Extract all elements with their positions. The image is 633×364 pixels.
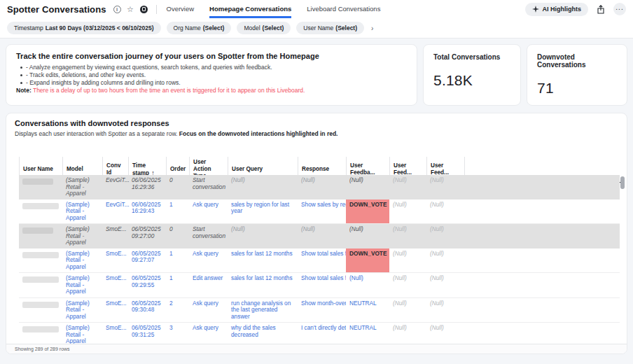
table-row[interactable]: (Sample) Retail - ApparelSmoE...06/05/20…	[19, 224, 620, 248]
cell-user-feedback-2[interactable]: (Null)	[389, 273, 426, 298]
cell-model[interactable]: (Sample) Retail - Apparel	[62, 248, 102, 273]
cell-user-name[interactable]	[19, 248, 62, 273]
cell-user-query[interactable]: run change analysis on the last generate…	[228, 298, 298, 323]
share-icon	[597, 5, 605, 14]
cell-model: (Sample) Retail - Apparel	[62, 175, 102, 200]
info-icon[interactable]: i	[113, 6, 121, 13]
cell-user-feedback-3[interactable]: (Null)	[426, 200, 464, 224]
table-row[interactable]: (Sample) Retail - ApparelEevGiT...06/06/…	[19, 200, 620, 224]
ai-highlights-button[interactable]: AI Highlights	[525, 3, 589, 16]
cell-timestamp[interactable]: 06/05/2025 09:30:48	[128, 298, 166, 323]
cell-conv-id[interactable]: SmoE...	[102, 273, 128, 298]
cell-action-type[interactable]: Ask query	[189, 200, 228, 224]
cell-user-feedback-2[interactable]: (Null)	[389, 298, 426, 323]
sparkle-icon	[532, 6, 539, 13]
lock-icon[interactable]	[140, 6, 148, 13]
cell-response[interactable]: Show sales by reg...	[298, 200, 346, 224]
star-icon[interactable]: ☆	[127, 6, 134, 13]
filter-chip-user-name[interactable]: User Name(Select)	[296, 22, 364, 34]
kpi-label: Total Conversations	[433, 53, 510, 61]
cell-user-feedback-3[interactable]: (Null)	[426, 273, 464, 298]
table-row[interactable]: (Sample) Retail - ApparelEevGiT...06/06/…	[19, 175, 620, 200]
cell-action-type[interactable]: Edit answer	[189, 273, 228, 298]
note-label: Note:	[16, 87, 32, 94]
cell-timestamp[interactable]: 06/05/2025 09:27:07	[128, 248, 166, 273]
cell-model[interactable]: (Sample) Retail - Apparel	[62, 273, 102, 298]
cell-order: 0	[166, 175, 189, 200]
cell-filler[interactable]	[464, 248, 620, 273]
cell-model[interactable]: (Sample) Retail - Apparel	[62, 298, 102, 323]
cell-user-feedback-3: (Null)	[426, 175, 464, 200]
cell-conv-id[interactable]: EevGiT...	[102, 200, 128, 224]
cell-user-feedback-2[interactable]: (Null)	[389, 200, 426, 224]
redacted-user-name	[22, 252, 59, 258]
cell-order[interactable]: 1	[166, 248, 189, 273]
kpi-value: 71	[537, 80, 617, 97]
cell-filler	[464, 175, 620, 200]
cell-user-query[interactable]: sales for last 12 months	[228, 248, 298, 273]
cell-filler[interactable]	[464, 298, 620, 323]
filter-chip-org-name[interactable]: Org Name(Select)	[167, 22, 232, 34]
cell-user-name[interactable]	[19, 298, 62, 323]
cell-timestamp: 06/05/2025 09:27:00	[128, 224, 166, 248]
tab-overview[interactable]: Overview	[167, 0, 195, 18]
cell-user-name	[19, 224, 62, 248]
cell-user-feedback[interactable]: NEUTRAL	[346, 298, 389, 323]
cell-action-type: Start conversation	[189, 175, 228, 200]
cell-timestamp[interactable]: 06/05/2025 09:29:55	[128, 273, 166, 298]
cell-user-name[interactable]	[19, 273, 62, 298]
cell-user-feedback[interactable]: DOWN_VOTE	[346, 200, 389, 224]
cell-user-feedback-2: (Null)	[389, 224, 426, 248]
cell-filler[interactable]	[464, 200, 620, 224]
cell-action-type: Start conversation	[189, 224, 228, 248]
intro-card: Track the entire conversation journey of…	[6, 44, 417, 106]
cell-response: (Null)	[298, 224, 346, 248]
intro-bullet: - Track edits, deletions, and other key …	[16, 71, 407, 79]
tab-homepage-conversations[interactable]: Homepage Conversations	[209, 0, 291, 18]
filter-chip-model[interactable]: Model(Select)	[237, 22, 291, 34]
cell-user-feedback[interactable]: DOWN_VOTE	[346, 248, 389, 273]
more-filters-chevron-icon[interactable]: ›	[370, 24, 375, 32]
cell-user-feedback-2[interactable]: (Null)	[389, 248, 426, 273]
cell-user-feedback-3[interactable]: (Null)	[426, 298, 464, 323]
cell-user-feedback: (Null)	[346, 175, 389, 200]
cell-user-feedback-3[interactable]: (Null)	[426, 248, 464, 273]
redacted-user-name	[22, 203, 59, 209]
cell-action-type[interactable]: Ask query	[189, 248, 228, 273]
table-title: Conversations with downvoted responses	[15, 119, 618, 127]
cell-model[interactable]: (Sample) Retail - Apparel	[62, 200, 102, 224]
cell-response[interactable]: Show month-over...	[298, 298, 346, 323]
table-row[interactable]: (Sample) Retail - ApparelSmoE...06/05/20…	[19, 248, 620, 273]
cell-order[interactable]: 1	[166, 200, 189, 224]
share-button[interactable]	[594, 3, 607, 15]
filter-bar: TimestampLast 90 Days (03/12/2025 < 06/1…	[0, 18, 633, 38]
cell-action-type[interactable]: Ask query	[189, 298, 228, 323]
redacted-user-name	[22, 227, 53, 234]
table-row[interactable]: (Sample) Retail - ApparelSmoE...06/05/20…	[19, 298, 620, 323]
cell-conv-id[interactable]: SmoE...	[102, 248, 128, 273]
cell-user-query[interactable]: sales for last 12 months	[228, 273, 298, 298]
cell-filler[interactable]	[464, 273, 620, 298]
table-row[interactable]: (Sample) Retail - ApparelSmoE...06/05/20…	[19, 273, 620, 298]
cell-conv-id[interactable]: SmoE...	[102, 298, 128, 323]
cell-user-name[interactable]	[19, 200, 62, 224]
divider	[156, 5, 157, 14]
cell-response: (Null)	[298, 175, 346, 200]
cell-order: 0	[166, 224, 189, 248]
cell-timestamp[interactable]: 06/06/2025 16:29:43	[128, 200, 166, 224]
cell-response[interactable]: Show total sales f...	[298, 273, 346, 298]
liveboard-header: Spotter Conversations i ☆ OverviewHomepa…	[0, 0, 633, 18]
filter-chip-timestamp[interactable]: TimestampLast 90 Days (03/12/2025 < 06/1…	[7, 22, 161, 34]
cell-order[interactable]: 2	[166, 298, 189, 323]
kpi-total-conversations[interactable]: Total Conversations 5.18K	[423, 44, 521, 106]
cell-response[interactable]: Show total sales f...	[298, 248, 346, 273]
more-menu-button[interactable]: ...	[613, 3, 626, 15]
kpi-downvoted-conversations[interactable]: Downvoted Conversations 71	[527, 44, 627, 106]
cell-filler	[464, 224, 620, 248]
cell-user-feedback[interactable]: (Null)	[346, 273, 389, 298]
tab-liveboard-conversations[interactable]: Liveboard Conversations	[307, 0, 380, 18]
redacted-user-name	[22, 326, 59, 332]
cell-order[interactable]: 1	[166, 273, 189, 298]
cell-user-query[interactable]: sales by region for last year	[228, 200, 298, 224]
vertical-scrollbar-thumb[interactable]	[620, 176, 625, 189]
